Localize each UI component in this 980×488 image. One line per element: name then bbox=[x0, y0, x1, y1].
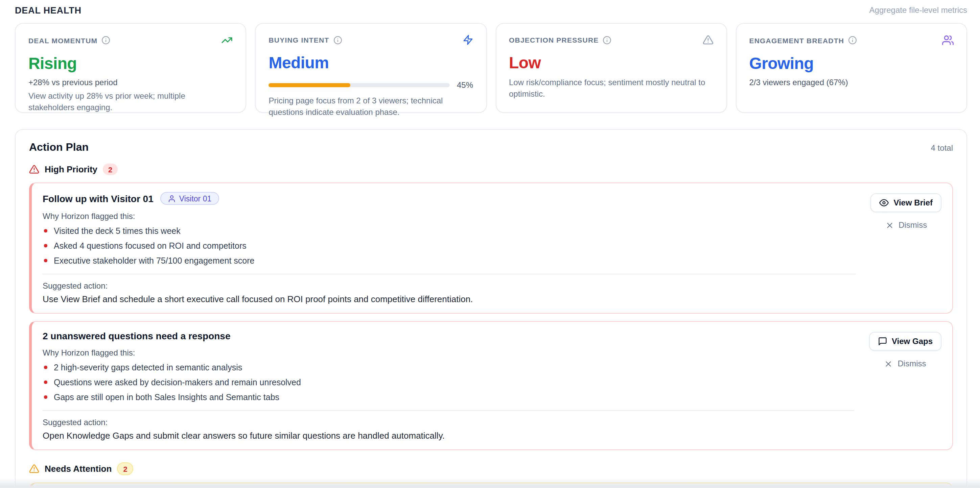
reason-item: 2 high-severity gaps detected in semanti… bbox=[43, 362, 854, 372]
action-card-send-docs-visitor-02: Send technical docs to Visitor 02 Visito… bbox=[29, 483, 953, 488]
metric-description: View activity up 28% vs prior week; mult… bbox=[29, 90, 233, 113]
metric-value: Low bbox=[509, 54, 714, 71]
metric-description: Low risk/compliance focus; sentiment mos… bbox=[509, 77, 714, 99]
trending-up-icon bbox=[221, 35, 233, 46]
card-actions: View Brief Dismiss bbox=[870, 192, 942, 231]
info-icon[interactable] bbox=[102, 36, 110, 44]
metric-label: BUYING INTENT bbox=[269, 36, 329, 44]
view-gaps-button[interactable]: View Gaps bbox=[869, 332, 942, 351]
metric-card-engagement-breadth: ENGAGEMENT BREADTH Growing 2/3 viewers e… bbox=[736, 23, 967, 113]
info-icon[interactable] bbox=[333, 35, 342, 44]
suggested-action-text: Use View Brief and schedule a short exec… bbox=[43, 294, 856, 304]
metric-value: Medium bbox=[269, 54, 473, 71]
count-badge: 2 bbox=[117, 462, 133, 475]
bullet-dot-icon bbox=[44, 396, 47, 399]
reason-item: Visited the deck 5 times this week bbox=[43, 226, 856, 236]
page-title: DEAL HEALTH bbox=[15, 5, 81, 15]
suggested-action-label: Suggested action: bbox=[43, 418, 854, 427]
bullet-dot-icon bbox=[44, 230, 47, 233]
why-flagged-label: Why Horizon flagged this: bbox=[43, 348, 854, 358]
reason-item: Questions were asked by decision-makers … bbox=[43, 377, 854, 387]
page-header: DEAL HEALTH Aggregate file-level metrics bbox=[15, 4, 967, 16]
action-card-unanswered-questions: 2 unanswered questions need a response W… bbox=[29, 321, 953, 450]
metric-card-objection-pressure: OBJECTION PRESSURE Low Low risk/complian… bbox=[495, 23, 727, 113]
alert-triangle-icon bbox=[29, 464, 39, 474]
action-card-title: Follow up with Visitor 01 bbox=[43, 193, 154, 204]
message-square-icon bbox=[878, 337, 887, 346]
divider bbox=[43, 410, 854, 411]
metric-value: Growing bbox=[749, 55, 954, 72]
divider bbox=[43, 274, 856, 274]
eye-icon bbox=[879, 198, 889, 208]
info-icon[interactable] bbox=[848, 36, 857, 44]
zap-icon bbox=[462, 35, 473, 45]
metric-description: 2/3 viewers engaged (67%) bbox=[749, 78, 954, 87]
progress-percent-label: 45% bbox=[457, 81, 473, 90]
metric-cards-row: DEAL MOMENTUM Rising +28% vs previous pe… bbox=[15, 23, 967, 113]
section-needs-attention: Needs Attention 2 bbox=[29, 462, 953, 475]
count-badge: 2 bbox=[103, 163, 118, 175]
metric-label: OBJECTION PRESSURE bbox=[509, 36, 599, 44]
dismiss-button[interactable]: Dismiss bbox=[882, 219, 930, 231]
section-high-priority: High Priority 2 bbox=[29, 163, 953, 175]
suggested-action-label: Suggested action: bbox=[43, 281, 856, 291]
metric-card-buying-intent: BUYING INTENT Medium 45% bbox=[255, 23, 487, 113]
progress-fill bbox=[269, 83, 350, 87]
intent-progress: 45% bbox=[269, 81, 473, 90]
why-flagged-label: Why Horizon flagged this: bbox=[43, 212, 856, 221]
user-icon bbox=[168, 194, 176, 203]
alert-triangle-icon bbox=[703, 35, 714, 45]
section-label: High Priority bbox=[45, 164, 97, 174]
dismiss-button[interactable]: Dismiss bbox=[881, 358, 929, 370]
metric-description: Pricing page focus from 2 of 3 viewers; … bbox=[269, 95, 473, 117]
action-plan-total: 4 total bbox=[931, 143, 953, 153]
progress-track bbox=[269, 83, 450, 87]
card-actions: View Gaps Dismiss bbox=[869, 331, 942, 370]
deal-health-page: DEAL HEALTH Aggregate file-level metrics… bbox=[0, 0, 980, 488]
bullet-dot-icon bbox=[44, 366, 47, 369]
action-plan-panel: Action Plan 4 total High Priority 2 Foll… bbox=[15, 129, 967, 488]
aggregate-metrics-note: Aggregate file-level metrics bbox=[869, 5, 967, 15]
bullet-dot-icon bbox=[44, 381, 47, 384]
alert-triangle-icon bbox=[29, 164, 39, 174]
visitor-badge-label: Visitor 01 bbox=[179, 194, 212, 203]
action-card-title: 2 unanswered questions need a response bbox=[43, 331, 231, 341]
section-label: Needs Attention bbox=[45, 464, 111, 474]
reason-item: Gaps are still open in both Sales Insigh… bbox=[43, 392, 854, 402]
users-icon bbox=[942, 35, 954, 46]
reason-item: Executive stakeholder with 75/100 engage… bbox=[43, 255, 856, 266]
metric-label: DEAL MOMENTUM bbox=[29, 36, 97, 44]
reason-item: Asked 4 questions focused on ROI and com… bbox=[43, 241, 856, 251]
reason-list: 2 high-severity gaps detected in semanti… bbox=[43, 362, 854, 402]
metric-card-deal-momentum: DEAL MOMENTUM Rising +28% vs previous pe… bbox=[15, 23, 247, 113]
metric-value: Rising bbox=[29, 55, 233, 72]
bullet-dot-icon bbox=[44, 244, 47, 247]
reason-list: Visited the deck 5 times this week Asked… bbox=[43, 226, 856, 266]
info-icon[interactable] bbox=[603, 35, 612, 44]
action-card-follow-up-visitor-01: Follow up with Visitor 01 Visitor 01 Why… bbox=[29, 182, 953, 314]
close-icon bbox=[885, 221, 894, 230]
suggested-action-text: Open Knowledge Gaps and submit clear ans… bbox=[43, 431, 854, 441]
close-icon bbox=[884, 359, 893, 368]
view-brief-button[interactable]: View Brief bbox=[870, 193, 942, 212]
metric-subvalue: +28% vs previous period bbox=[29, 78, 233, 87]
visitor-badge: Visitor 01 bbox=[160, 192, 219, 205]
metric-label: ENGAGEMENT BREADTH bbox=[749, 36, 845, 44]
bullet-dot-icon bbox=[44, 259, 47, 262]
action-plan-title: Action Plan bbox=[29, 141, 89, 154]
